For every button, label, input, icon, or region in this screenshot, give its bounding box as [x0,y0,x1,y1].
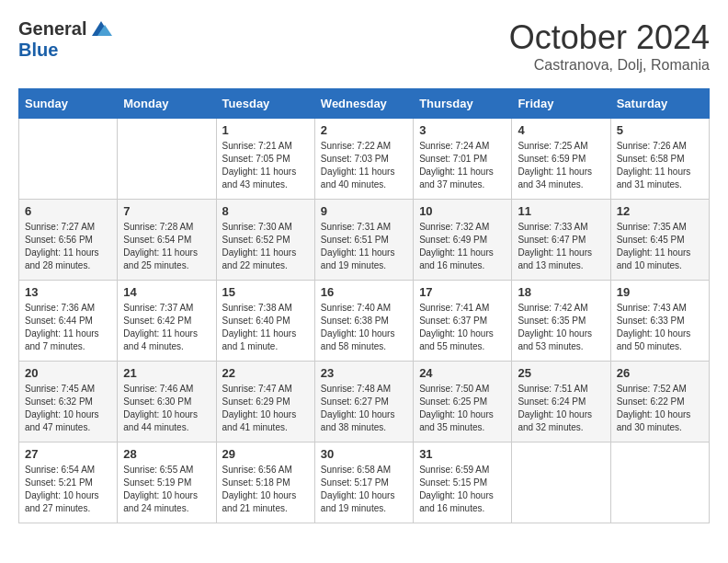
day-number: 18 [518,285,604,299]
cell-1-0: 6Sunrise: 7:27 AMSunset: 6:56 PMDaylight… [19,200,118,281]
cell-3-5: 25Sunrise: 7:51 AMSunset: 6:24 PMDayligh… [512,362,610,442]
cell-0-2: 1Sunrise: 7:21 AMSunset: 7:05 PMDaylight… [216,119,314,200]
cell-info: Sunrise: 7:45 AMSunset: 6:32 PMDaylight:… [25,384,99,432]
day-number: 8 [222,204,309,218]
cell-info: Sunrise: 6:56 AMSunset: 5:18 PMDaylight:… [222,465,297,513]
calendar-header-row: SundayMondayTuesdayWednesdayThursdayFrid… [19,89,710,119]
day-number: 1 [222,123,309,137]
cell-info: Sunrise: 7:22 AMSunset: 7:03 PMDaylight:… [321,141,395,190]
location-subtitle: Castranova, Dolj, Romania [509,57,710,74]
cell-info: Sunrise: 7:51 AMSunset: 6:24 PMDaylight:… [518,384,592,432]
day-number: 7 [123,204,210,218]
cell-2-0: 13Sunrise: 7:36 AMSunset: 6:44 PMDayligh… [19,281,118,362]
day-number: 10 [419,204,506,218]
cell-info: Sunrise: 7:36 AMSunset: 6:44 PMDaylight:… [25,303,99,351]
day-number: 26 [617,366,703,380]
page-header: General Blue October 2024 Castranova, Do… [18,18,710,74]
cell-0-3: 2Sunrise: 7:22 AMSunset: 7:03 PMDaylight… [314,119,413,200]
cell-info: Sunrise: 7:42 AMSunset: 6:35 PMDaylight:… [518,303,592,351]
cell-2-3: 16Sunrise: 7:40 AMSunset: 6:38 PMDayligh… [314,281,413,362]
cell-0-6: 5Sunrise: 7:26 AMSunset: 6:58 PMDaylight… [610,119,709,200]
header-sunday: Sunday [19,89,118,119]
day-number: 14 [123,285,210,299]
header-thursday: Thursday [414,89,512,119]
cell-info: Sunrise: 6:58 AMSunset: 5:17 PMDaylight:… [321,465,395,513]
day-number: 17 [419,285,506,299]
logo-icon [88,19,114,40]
cell-info: Sunrise: 7:24 AMSunset: 7:01 PMDaylight:… [419,141,494,190]
cell-info: Sunrise: 7:26 AMSunset: 6:58 PMDaylight:… [617,141,691,190]
cell-info: Sunrise: 7:35 AMSunset: 6:45 PMDaylight:… [617,222,691,270]
cell-info: Sunrise: 7:21 AMSunset: 7:05 PMDaylight:… [222,141,297,190]
cell-info: Sunrise: 7:48 AMSunset: 6:27 PMDaylight:… [321,384,395,432]
cell-2-5: 18Sunrise: 7:42 AMSunset: 6:35 PMDayligh… [512,281,610,362]
header-saturday: Saturday [610,89,709,119]
cell-info: Sunrise: 7:43 AMSunset: 6:33 PMDaylight:… [617,303,691,351]
day-number: 5 [617,123,703,137]
cell-4-1: 28Sunrise: 6:55 AMSunset: 5:19 PMDayligh… [118,442,216,523]
cell-1-6: 12Sunrise: 7:35 AMSunset: 6:45 PMDayligh… [610,200,709,281]
header-wednesday: Wednesday [314,89,413,119]
cell-3-4: 24Sunrise: 7:50 AMSunset: 6:25 PMDayligh… [414,362,512,442]
day-number: 31 [419,447,506,461]
cell-3-6: 26Sunrise: 7:52 AMSunset: 6:22 PMDayligh… [610,362,709,442]
cell-3-3: 23Sunrise: 7:48 AMSunset: 6:27 PMDayligh… [314,362,413,442]
day-number: 24 [419,366,506,380]
cell-3-2: 22Sunrise: 7:47 AMSunset: 6:29 PMDayligh… [216,362,314,442]
day-number: 6 [25,204,111,218]
cell-info: Sunrise: 7:25 AMSunset: 6:59 PMDaylight:… [518,141,592,190]
cell-info: Sunrise: 7:28 AMSunset: 6:54 PMDaylight:… [123,222,198,270]
cell-2-6: 19Sunrise: 7:43 AMSunset: 6:33 PMDayligh… [610,281,709,362]
cell-info: Sunrise: 7:46 AMSunset: 6:30 PMDaylight:… [123,384,198,432]
cell-2-2: 15Sunrise: 7:38 AMSunset: 6:40 PMDayligh… [216,281,314,362]
cell-0-1 [118,119,216,200]
cell-info: Sunrise: 7:27 AMSunset: 6:56 PMDaylight:… [25,222,99,270]
day-number: 4 [518,123,604,137]
day-number: 20 [25,366,111,380]
cell-info: Sunrise: 7:37 AMSunset: 6:42 PMDaylight:… [123,303,198,351]
cell-info: Sunrise: 7:40 AMSunset: 6:38 PMDaylight:… [321,303,395,351]
week-row-1: 1Sunrise: 7:21 AMSunset: 7:05 PMDaylight… [19,119,710,200]
header-friday: Friday [512,89,610,119]
cell-2-1: 14Sunrise: 7:37 AMSunset: 6:42 PMDayligh… [118,281,216,362]
cell-info: Sunrise: 7:41 AMSunset: 6:37 PMDaylight:… [419,303,494,351]
logo: General Blue [18,18,114,61]
header-tuesday: Tuesday [216,89,314,119]
cell-4-0: 27Sunrise: 6:54 AMSunset: 5:21 PMDayligh… [19,442,118,523]
day-number: 19 [617,285,703,299]
cell-info: Sunrise: 6:59 AMSunset: 5:15 PMDaylight:… [419,465,494,513]
cell-4-4: 31Sunrise: 6:59 AMSunset: 5:15 PMDayligh… [414,442,512,523]
cell-info: Sunrise: 7:47 AMSunset: 6:29 PMDaylight:… [222,384,297,432]
cell-info: Sunrise: 7:38 AMSunset: 6:40 PMDaylight:… [222,303,297,351]
cell-1-5: 11Sunrise: 7:33 AMSunset: 6:47 PMDayligh… [512,200,610,281]
day-number: 9 [321,204,407,218]
day-number: 13 [25,285,111,299]
cell-1-3: 9Sunrise: 7:31 AMSunset: 6:51 PMDaylight… [314,200,413,281]
cell-3-1: 21Sunrise: 7:46 AMSunset: 6:30 PMDayligh… [118,362,216,442]
week-row-3: 13Sunrise: 7:36 AMSunset: 6:44 PMDayligh… [19,281,710,362]
cell-info: Sunrise: 7:50 AMSunset: 6:25 PMDaylight:… [419,384,494,432]
cell-1-1: 7Sunrise: 7:28 AMSunset: 6:54 PMDaylight… [118,200,216,281]
week-row-2: 6Sunrise: 7:27 AMSunset: 6:56 PMDaylight… [19,200,710,281]
calendar-table: SundayMondayTuesdayWednesdayThursdayFrid… [18,88,710,523]
week-row-4: 20Sunrise: 7:45 AMSunset: 6:32 PMDayligh… [19,362,710,442]
day-number: 12 [617,204,703,218]
cell-1-2: 8Sunrise: 7:30 AMSunset: 6:52 PMDaylight… [216,200,314,281]
day-number: 11 [518,204,604,218]
day-number: 15 [222,285,309,299]
cell-info: Sunrise: 7:32 AMSunset: 6:49 PMDaylight:… [419,222,494,270]
cell-0-0 [19,119,118,200]
cell-info: Sunrise: 7:31 AMSunset: 6:51 PMDaylight:… [321,222,395,270]
logo-blue-text: Blue [18,40,58,61]
cell-info: Sunrise: 6:55 AMSunset: 5:19 PMDaylight:… [123,465,198,513]
cell-info: Sunrise: 7:52 AMSunset: 6:22 PMDaylight:… [617,384,691,432]
day-number: 23 [321,366,407,380]
month-title: October 2024 [509,18,710,57]
cell-info: Sunrise: 7:33 AMSunset: 6:47 PMDaylight:… [518,222,592,270]
cell-info: Sunrise: 6:54 AMSunset: 5:21 PMDaylight:… [25,465,99,513]
day-number: 2 [321,123,407,137]
header-monday: Monday [118,89,216,119]
day-number: 3 [419,123,506,137]
day-number: 25 [518,366,604,380]
day-number: 29 [222,447,309,461]
